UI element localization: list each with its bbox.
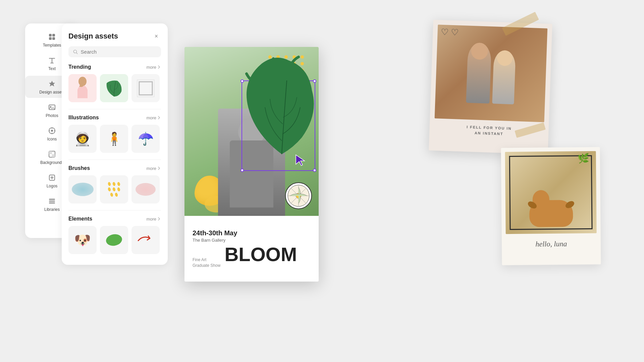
- libraries-label: Libraries: [44, 207, 60, 212]
- svg-rect-2: [49, 37, 52, 40]
- poster-text-area: 24th-30th May The Barn Gallery Fine Art …: [184, 216, 319, 282]
- elements-grid: 🐶: [68, 226, 161, 254]
- brushes-section-header: Brushes more: [68, 165, 161, 171]
- poster-dates: 24th-30th May: [193, 229, 311, 237]
- svg-rect-24: [137, 80, 154, 97]
- main-scene: Templates Text Design assets: [0, 0, 644, 362]
- poster-person: [218, 109, 285, 216]
- svg-line-21: [76, 53, 77, 54]
- couple-photo: [435, 24, 548, 122]
- backgrounds-label: Backgrounds: [40, 160, 64, 165]
- illus-item-umbrella[interactable]: ☂️: [131, 125, 160, 153]
- poster-title: BLOOM: [224, 245, 297, 264]
- brush-item-pink[interactable]: [131, 175, 160, 203]
- panel-header: Design assets ×: [68, 32, 161, 41]
- icons-icon: [47, 126, 57, 135]
- svg-rect-0: [49, 34, 52, 37]
- design-assets-label: Design assets: [39, 90, 64, 95]
- text-icon: [47, 56, 57, 65]
- dots-pattern: [268, 55, 305, 72]
- trending-item-frame[interactable]: [131, 74, 160, 102]
- brushes-grid: [68, 175, 161, 203]
- panel-title: Design assets: [68, 32, 118, 41]
- search-input[interactable]: [81, 49, 156, 55]
- brush-item-blue[interactable]: [68, 175, 97, 203]
- elements-section-header: Elements more: [68, 216, 161, 222]
- photos-label: Photos: [46, 113, 58, 118]
- polaroid-dachshund: 🌿 hello, luna: [501, 147, 601, 265]
- element-item-arrow[interactable]: [131, 226, 160, 254]
- templates-label: Templates: [43, 43, 61, 48]
- brush-item-yellow[interactable]: [100, 175, 128, 203]
- illus-item-astronaut[interactable]: 🧑‍🚀: [68, 125, 97, 153]
- svg-rect-23: [139, 82, 152, 95]
- trending-item-leaf[interactable]: [100, 74, 128, 102]
- logos-label: Logos: [47, 184, 58, 188]
- brushes-more[interactable]: more: [146, 166, 161, 171]
- poster-subtitle1: Fine Art: [193, 257, 220, 263]
- libraries-icon: [47, 196, 57, 206]
- polaroid2-caption: hello, luna: [506, 239, 597, 249]
- svg-point-25: [105, 233, 123, 247]
- templates-icon: [47, 32, 57, 42]
- illustrations-title: Illustrations: [68, 115, 99, 121]
- heart-doodle: ♡ ♡: [441, 27, 459, 38]
- trending-grid: [68, 74, 161, 102]
- elements-title: Elements: [68, 216, 92, 222]
- svg-rect-19: [49, 202, 55, 203]
- svg-rect-14: [49, 151, 52, 154]
- trending-more[interactable]: more: [146, 65, 161, 70]
- search-icon: [73, 49, 78, 55]
- svg-rect-3: [52, 37, 55, 40]
- trending-title: Trending: [68, 64, 91, 70]
- illustrations-section-header: Illustrations more: [68, 115, 161, 121]
- trending-section-header: Trending more: [68, 64, 161, 70]
- svg-marker-4: [49, 81, 55, 86]
- search-bar[interactable]: [68, 46, 161, 57]
- polaroid-couple: ♡ ♡ I FELL FOR YOU IN AN INSTANT: [429, 20, 552, 155]
- svg-point-8: [51, 130, 53, 132]
- elements-more[interactable]: more: [146, 217, 161, 222]
- svg-rect-17: [49, 199, 55, 200]
- close-button[interactable]: ×: [152, 32, 161, 41]
- icons-label: Icons: [47, 137, 57, 141]
- botanical-circle: [285, 182, 312, 209]
- backgrounds-icon: [47, 149, 57, 159]
- trending-item-woman[interactable]: [68, 74, 97, 102]
- illustrations-grid: 🧑‍🚀 🧍 ☂️: [68, 125, 161, 153]
- element-item-leaf[interactable]: [100, 226, 128, 254]
- illus-item-walking[interactable]: 🧍: [100, 125, 128, 153]
- photos-icon: [47, 103, 57, 112]
- brushes-title: Brushes: [68, 165, 90, 171]
- bloom-poster[interactable]: 24th-30th May The Barn Gallery Fine Art …: [184, 47, 319, 282]
- svg-rect-18: [49, 201, 55, 202]
- design-assets-icon: [47, 79, 57, 88]
- illustrations-more[interactable]: more: [146, 115, 161, 120]
- svg-rect-1: [52, 34, 55, 37]
- poster-subtitle2: Graduate Show: [193, 263, 220, 268]
- dog-body: [529, 200, 573, 227]
- logos-icon: [47, 173, 57, 182]
- poster-venue: The Barn Gallery: [193, 238, 311, 243]
- plant-leaves: 🌿: [578, 153, 589, 164]
- design-assets-panel: Design assets × Trending more: [62, 23, 168, 265]
- text-label: Text: [48, 66, 56, 71]
- polaroid2-caption-text: hello, luna: [535, 240, 567, 248]
- element-item-dog[interactable]: 🐶: [68, 226, 97, 254]
- svg-rect-15: [52, 154, 55, 157]
- dachshund-photo: 🌿: [505, 151, 597, 234]
